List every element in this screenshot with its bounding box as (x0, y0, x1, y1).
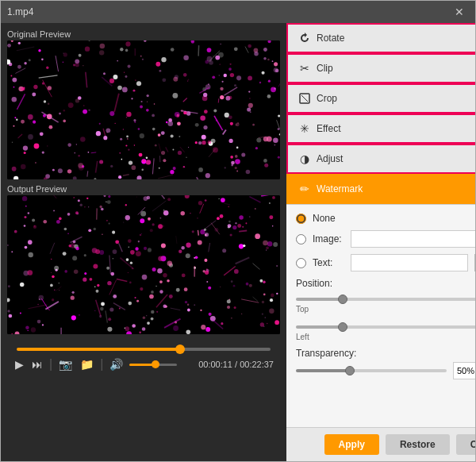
text-input[interactable] (351, 254, 468, 271)
image-label: Image: (313, 233, 344, 244)
output-video-preview (7, 195, 280, 334)
folder-icon: 📁 (80, 358, 94, 371)
top-label: Top (296, 305, 309, 314)
position-label: Position: (296, 278, 475, 289)
title-bar: 1.mp4 ✕ (1, 1, 475, 23)
controls-bar: ▶ ⏭ | 📷 📁 | 🔊 (7, 339, 280, 375)
rotate-icon (298, 31, 312, 45)
effect-button[interactable]: ✳ Effect (286, 114, 475, 144)
text-radio[interactable] (296, 258, 306, 268)
clip-button[interactable]: ✂ Clip (286, 53, 475, 83)
effect-label: Effect (317, 123, 340, 134)
separator-1: | (49, 357, 52, 372)
text-format-button[interactable]: T (474, 254, 475, 271)
close-button[interactable]: ✕ (450, 4, 469, 20)
volume-slider[interactable] (129, 364, 177, 366)
rotate-button[interactable]: Rotate (286, 23, 475, 53)
skip-button[interactable]: ⏭ (30, 356, 44, 372)
volume-button[interactable]: 🔊 (108, 356, 125, 372)
folder-button[interactable]: 📁 (79, 356, 95, 372)
vertical-position-section: Left Right (296, 320, 475, 341)
watermark-button[interactable]: ✏ Watermark (286, 174, 475, 204)
left-label: Left (296, 333, 309, 341)
separator-2: | (100, 357, 103, 372)
transparency-slider[interactable] (296, 369, 447, 372)
seek-bar[interactable] (17, 348, 271, 351)
time-total: 00:22:37 (240, 360, 274, 369)
footer: Apply Restore Cancel (286, 427, 475, 461)
adjust-label: Adjust (317, 153, 343, 164)
crop-icon (298, 91, 312, 106)
camera-icon: 📷 (59, 358, 72, 371)
image-input[interactable] (351, 230, 475, 248)
original-label: Original Preview (7, 29, 280, 39)
vertical-position-slider[interactable] (296, 325, 475, 329)
output-preview-section: Output Preview (7, 184, 280, 334)
play-button[interactable]: ▶ (13, 356, 25, 372)
apply-button[interactable]: Apply (324, 434, 379, 455)
text-row: Text: T 🗑 (296, 254, 475, 271)
volume-icon: 🔊 (109, 358, 123, 371)
transparency-input[interactable]: 50% (453, 362, 475, 379)
clip-label: Clip (317, 63, 333, 74)
effect-icon: ✳ (298, 121, 312, 136)
horizontal-position-slider[interactable] (296, 298, 475, 301)
main-window: 1.mp4 ✕ Original Preview Output Preview (0, 0, 476, 462)
watermark-panel: None Image: % Text: T (286, 205, 475, 427)
clip-icon: ✂ (298, 61, 312, 75)
svg-line-1 (301, 95, 308, 102)
rotate-label: Rotate (317, 33, 344, 44)
main-content: Original Preview Output Preview (1, 23, 475, 461)
original-video-preview (7, 40, 280, 179)
right-panel: Rotate ✂ Clip Crop ✳ (286, 23, 475, 461)
h-slider-labels: Top Bottom (296, 305, 475, 314)
skip-icon: ⏭ (32, 358, 43, 371)
time-current: 00:00:11 (198, 360, 232, 369)
image-row: Image: % (296, 230, 475, 248)
none-radio[interactable] (296, 214, 306, 224)
v-slider-labels: Left Right (296, 333, 475, 341)
camera-button[interactable]: 📷 (57, 356, 74, 372)
time-separator: / (235, 360, 237, 369)
left-panel: Original Preview Output Preview (1, 23, 286, 461)
playback-controls: ▶ ⏭ | 📷 📁 | 🔊 (13, 356, 274, 372)
watermark-label: Watermark (317, 183, 363, 194)
transparency-row: 50% ▾ (296, 362, 475, 379)
seek-bar-container (13, 342, 274, 353)
none-label: None (313, 213, 344, 224)
time-display: 00:00:11 / 00:22:37 (198, 360, 274, 369)
none-row: None (296, 213, 475, 224)
image-radio[interactable] (296, 234, 306, 244)
crop-label: Crop (317, 93, 337, 104)
position-section: Position: Top Bottom (296, 278, 475, 314)
original-preview-section: Original Preview (7, 29, 280, 179)
adjust-icon: ◑ (298, 152, 312, 166)
toolbar: Rotate ✂ Clip Crop ✳ (286, 23, 475, 205)
transparency-label: Transparency: (296, 348, 475, 359)
play-icon: ▶ (15, 358, 24, 371)
adjust-button[interactable]: ◑ Adjust (286, 144, 475, 174)
watermark-icon: ✏ (298, 182, 312, 196)
window-title: 1.mp4 (7, 6, 33, 17)
cancel-button[interactable]: Cancel (456, 434, 475, 455)
crop-button[interactable]: Crop (286, 83, 475, 114)
restore-button[interactable]: Restore (386, 434, 450, 455)
text-label: Text: (313, 257, 344, 268)
output-label: Output Preview (7, 184, 280, 194)
